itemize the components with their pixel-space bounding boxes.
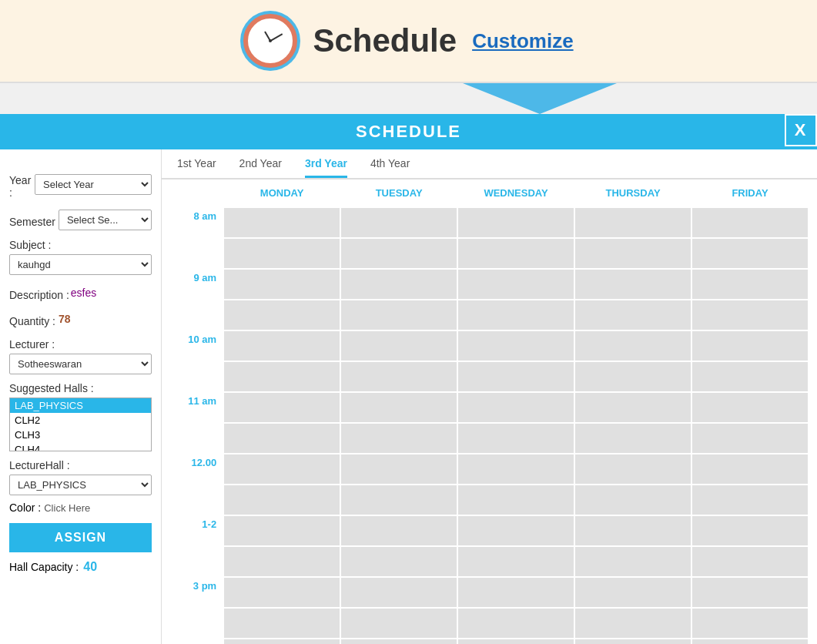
schedule-cell[interactable] [223,639,340,644]
schedule-cell[interactable] [457,577,574,608]
semester-select[interactable]: Select Se... [59,210,152,230]
hall-capacity-value: 40 [83,560,97,574]
schedule-cell[interactable] [691,639,809,644]
schedule-cell[interactable] [223,423,340,454]
wednesday-header: WEDNESDAY [457,179,574,207]
schedule-cell[interactable] [574,639,691,644]
schedule-cell[interactable] [691,515,809,546]
schedule-cell[interactable] [340,485,457,515]
schedule-cell[interactable] [691,361,809,392]
schedule-cell[interactable] [340,546,457,577]
schedule-cell[interactable] [223,546,340,577]
schedule-cell[interactable] [223,515,340,546]
clock-icon [243,14,297,68]
schedule-cell[interactable] [223,238,340,269]
schedule-cell[interactable] [574,392,691,423]
schedule-cell[interactable] [223,330,340,361]
hall-item-0[interactable]: LAB_PHYSICS [10,398,151,413]
schedule-cell[interactable] [574,207,691,238]
schedule-cell[interactable] [691,546,809,577]
schedule-cell[interactable] [223,361,340,392]
tab-3rd-year[interactable]: 3rd Year [305,157,347,178]
lecture-hall-select[interactable]: LAB_PHYSICS [9,475,152,495]
schedule-cell[interactable] [340,423,457,454]
schedule-cell[interactable] [574,577,691,608]
schedule-cell[interactable] [457,207,574,238]
schedule-cell[interactable] [574,608,691,639]
year-select[interactable]: Select Year [35,174,152,195]
schedule-cell[interactable] [691,392,809,423]
schedule-cell[interactable] [691,608,809,639]
schedule-cell[interactable] [574,238,691,269]
schedule-cell[interactable] [223,300,340,330]
lecturer-select[interactable]: Sotheeswaran [9,354,152,374]
schedule-cell[interactable] [340,577,457,608]
schedule-cell[interactable] [457,485,574,515]
tab-4th-year[interactable]: 4th Year [370,157,410,178]
hall-item-1[interactable]: CLH2 [10,413,151,428]
schedule-cell[interactable] [340,269,457,300]
tab-1st-year[interactable]: 1st Year [177,157,216,178]
table-row [169,608,809,639]
subject-select[interactable]: kauhgd [9,254,152,275]
close-button[interactable]: X [785,114,817,146]
table-row [169,300,809,330]
tab-2nd-year[interactable]: 2nd Year [239,157,282,178]
schedule-cell[interactable] [574,361,691,392]
schedule-cell[interactable] [691,300,809,330]
schedule-cell[interactable] [574,300,691,330]
schedule-cell[interactable] [457,546,574,577]
schedule-cell[interactable] [574,269,691,300]
schedule-cell[interactable] [223,207,340,238]
schedule-cell[interactable] [457,423,574,454]
schedule-cell[interactable] [691,485,809,515]
schedule-cell[interactable] [457,454,574,485]
schedule-cell[interactable] [223,577,340,608]
schedule-cell[interactable] [340,238,457,269]
schedule-cell[interactable] [457,300,574,330]
schedule-cell[interactable] [574,485,691,515]
schedule-cell[interactable] [691,577,809,608]
schedule-cell[interactable] [223,454,340,485]
schedule-cell[interactable] [340,454,457,485]
hall-item-2[interactable]: CLH3 [10,428,151,442]
schedule-cell[interactable] [340,300,457,330]
assign-button[interactable]: ASSIGN [9,523,152,552]
schedule-cell[interactable] [574,515,691,546]
schedule-cell[interactable] [223,485,340,515]
suggested-halls-list[interactable]: LAB_PHYSICS CLH2 CLH3 CLH4 SEMINAR_HALL [9,397,152,451]
schedule-cell[interactable] [457,608,574,639]
schedule-cell[interactable] [457,269,574,300]
schedule-cell[interactable] [457,392,574,423]
schedule-cell[interactable] [457,639,574,644]
schedule-cell[interactable] [574,330,691,361]
schedule-cell[interactable] [457,361,574,392]
schedule-cell[interactable] [691,207,809,238]
schedule-cell[interactable] [457,238,574,269]
customize-link[interactable]: Customize [472,29,573,53]
schedule-cell[interactable] [691,423,809,454]
schedule-cell[interactable] [223,608,340,639]
schedule-cell[interactable] [691,238,809,269]
schedule-cell[interactable] [340,608,457,639]
color-click-link[interactable]: Click Here [44,502,90,514]
schedule-cell[interactable] [574,546,691,577]
schedule-cell[interactable] [574,454,691,485]
schedule-cell[interactable] [223,269,340,300]
schedule-cell[interactable] [340,639,457,644]
schedule-cell[interactable] [457,330,574,361]
schedule-cell[interactable] [340,515,457,546]
time-cell [169,608,223,639]
schedule-cell[interactable] [223,392,340,423]
schedule-cell[interactable] [457,515,574,546]
table-row: 1-2 [169,515,809,546]
schedule-cell[interactable] [340,207,457,238]
hall-item-3[interactable]: CLH4 [10,442,151,451]
schedule-cell[interactable] [691,454,809,485]
schedule-cell[interactable] [340,330,457,361]
schedule-cell[interactable] [691,330,809,361]
schedule-cell[interactable] [340,361,457,392]
schedule-cell[interactable] [340,392,457,423]
schedule-cell[interactable] [574,423,691,454]
schedule-cell[interactable] [691,269,809,300]
